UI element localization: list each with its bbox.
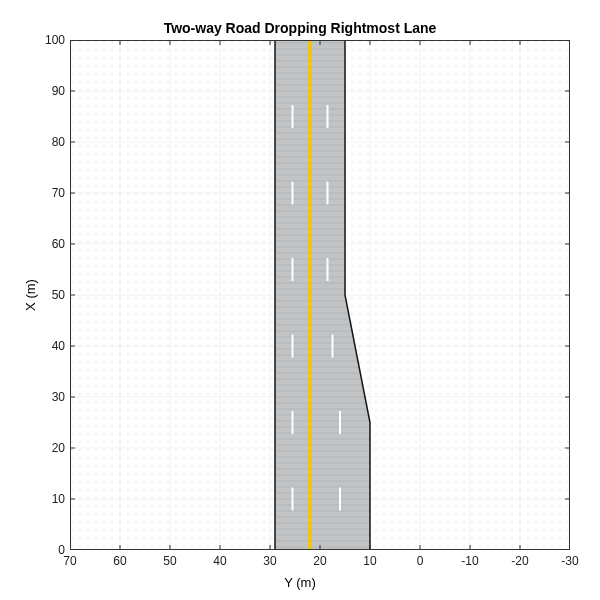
x-tick-label: 60 [113,554,126,568]
y-tick-label: 90 [35,84,65,98]
axes [70,40,570,550]
x-tick-label: 0 [417,554,424,568]
y-tick-label: 80 [35,135,65,149]
chart-title: Two-way Road Dropping Rightmost Lane [0,20,600,36]
x-tick-label: 40 [213,554,226,568]
figure: Two-way Road Dropping Rightmost Lane X (… [0,0,600,600]
x-tick-label: 10 [363,554,376,568]
y-tick-label: 40 [35,339,65,353]
y-tick-label: 100 [35,33,65,47]
y-tick-label: 30 [35,390,65,404]
x-tick-label: 30 [263,554,276,568]
y-tick-label: 10 [35,492,65,506]
y-tick-label: 70 [35,186,65,200]
x-tick-label: 70 [63,554,76,568]
plot-svg [70,40,570,550]
x-tick-label: 20 [313,554,326,568]
y-tick-label: 50 [35,288,65,302]
y-tick-label: 0 [35,543,65,557]
x-tick-label: -30 [561,554,578,568]
y-tick-label: 60 [35,237,65,251]
x-tick-label: -10 [461,554,478,568]
x-axis-label: Y (m) [0,575,600,590]
x-tick-label: 50 [163,554,176,568]
x-tick-label: -20 [511,554,528,568]
y-tick-label: 20 [35,441,65,455]
